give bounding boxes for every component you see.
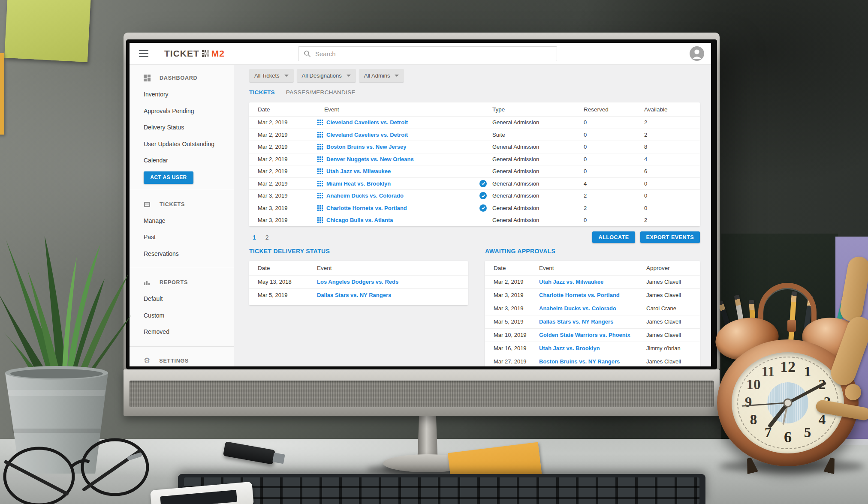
app-screen: TICKET M2 Search (130, 43, 711, 366)
table-row: Mar 3, 2019 Anaheim Ducks vs. Colorado C… (485, 302, 700, 315)
tab-tickets[interactable]: TICKETS (249, 89, 275, 96)
sidebar-item-manage[interactable]: Manage (130, 213, 234, 229)
event-link[interactable]: Cleveland Caveliers vs. Detroit (326, 132, 408, 138)
col-header-reserved: Reserved (584, 106, 644, 113)
event-grid-icon (317, 156, 323, 162)
cell-approver: James Clavell (646, 279, 700, 285)
sidebar-section-settings[interactable]: ⚙ SETTINGS (130, 353, 234, 367)
sidebar-item-calendar[interactable]: Calendar (130, 152, 234, 169)
cell-date: Mar 3, 2019 (249, 217, 317, 223)
event-link[interactable]: Miami Heat vs. Brooklyn (326, 180, 391, 187)
allocate-button[interactable]: ALLOCATE (592, 231, 635, 243)
cell-reserved: 2 (584, 192, 644, 199)
cell-available: 6 (644, 168, 700, 174)
cell-available: 0 (644, 192, 700, 199)
filter-all-admins[interactable]: All Admins (359, 69, 404, 82)
approved-check-icon (479, 204, 487, 212)
filter-all-designations[interactable]: All Designations (297, 69, 356, 82)
cell-approver: James Clavell (646, 332, 700, 338)
cell-date: Mar 2, 2019 (249, 119, 317, 126)
hamburger-menu-icon[interactable] (139, 50, 148, 57)
page-1[interactable]: 1 (253, 234, 256, 241)
cell-date: Mar 3, 2019 (249, 192, 317, 199)
sidebar-section-label: DASHBOARD (160, 75, 197, 81)
event-link[interactable]: Anaheim Ducks vs. Colorado (539, 305, 616, 312)
sidebar-section-label: TICKETS (160, 201, 185, 207)
act-as-user-button[interactable]: ACT AS USER (144, 171, 193, 184)
cell-date: Mar 2, 2019 (249, 156, 317, 162)
gear-icon: ⚙ (144, 357, 150, 364)
event-link[interactable]: Boston Bruins vs. NY Rangers (539, 358, 620, 365)
sidebar-item-user-updates-outstanding[interactable]: User Updates Outstanding (130, 136, 234, 153)
table-row: Mar 2, 2019 Boston Bruins vs. New Jersey… (249, 141, 700, 153)
sidebar-item-removed[interactable]: Removed (130, 324, 234, 340)
event-grid-icon (317, 181, 323, 186)
filter-label: All Tickets (254, 72, 280, 79)
sidebar-section-dashboard[interactable]: DASHBOARD (130, 70, 234, 86)
event-link[interactable]: Charlotte Hornets vs. Portland (539, 292, 620, 298)
sticky-note-orange (0, 53, 4, 135)
col-header-event: Event (539, 265, 646, 271)
table-row: Mar 2, 2019 Miami Heat vs. Brooklyn Gene… (249, 177, 700, 190)
tickets-table-header: Date Event Type Reserved Available (249, 102, 700, 116)
grass-leaves (0, 236, 131, 382)
event-link[interactable]: Boston Bruins vs. New Jersey (326, 144, 406, 150)
clock-knob (787, 320, 796, 332)
export-events-button[interactable]: EXPORT EVENTS (640, 231, 700, 243)
sidebar-item-approvals-pending[interactable]: Approvals Pending (130, 103, 234, 120)
cell-date: Mar 27, 2019 (485, 358, 539, 365)
chevron-down-icon (347, 75, 351, 77)
cell-available: 2 (644, 132, 700, 138)
event-grid-icon (317, 217, 323, 223)
user-avatar[interactable] (690, 46, 704, 61)
event-link[interactable]: Utah Jazz vs. Brooklyn (539, 345, 600, 351)
event-link[interactable]: Dallas Stars vs. NY Rangers (317, 292, 391, 298)
sidebar-section-label: REPORTS (160, 279, 188, 285)
cell-approver: Jimmy o'brian (646, 345, 700, 351)
sidebar-item-reservations[interactable]: Reservations (130, 246, 234, 262)
table-row: Mar 3, 2019 Charlotte Hornets vs. Portla… (249, 202, 700, 214)
event-link[interactable]: Utah Jazz vs. Milwaukee (539, 279, 603, 285)
table-row: Mar 2, 2019 Cleveland Caveliers vs. Detr… (249, 116, 700, 129)
sidebar-item-custom[interactable]: Custom (130, 307, 234, 324)
sidebar-section-tickets[interactable]: TICKETS (130, 196, 234, 213)
filter-all-tickets[interactable]: All Tickets (249, 69, 294, 82)
sidebar-item-past[interactable]: Past (130, 229, 234, 246)
cell-reserved: 0 (584, 156, 644, 162)
event-grid-icon (317, 144, 323, 150)
event-link[interactable]: Chicago Bulls vs. Atlanta (326, 217, 393, 223)
sidebar-divider (130, 268, 234, 268)
cell-date: Mar 3, 2019 (485, 305, 539, 312)
sidebar-item-inventory[interactable]: Inventory (130, 86, 234, 103)
event-link[interactable]: Golden State Warriors vs. Phoenix (539, 332, 630, 338)
sidebar-item-delivery-status[interactable]: Delivery Status (130, 119, 234, 136)
cell-type: General Admission (492, 205, 584, 211)
tickets-table: Date Event Type Reserved Available Mar 2… (249, 102, 700, 226)
event-link[interactable]: Denver Nuggets vs. New Orleans (326, 156, 414, 162)
bar-chart-icon (144, 279, 151, 286)
event-grid-icon (317, 168, 323, 174)
event-link[interactable]: Dallas Stars vs. NY Rangers (539, 318, 613, 325)
cell-reserved: 4 (584, 180, 644, 187)
sidebar-section-reports[interactable]: REPORTS (130, 274, 234, 291)
cell-date: Mar 3, 2019 (249, 205, 317, 211)
cell-available: 2 (644, 119, 700, 126)
cell-reserved: 0 (584, 119, 644, 126)
search-input[interactable]: Search (298, 46, 557, 61)
cell-type: General Admission (492, 192, 584, 199)
cell-approver: James Clavell (646, 318, 700, 325)
cell-type: General Admission (492, 119, 584, 126)
cell-date: May 13, 2018 (249, 279, 317, 285)
event-link[interactable]: Los Angeles Dodgers vs. Reds (317, 279, 398, 285)
tab-passes-merchandise[interactable]: PASSES/MERCHANDISE (286, 89, 356, 96)
cell-reserved: 0 (584, 168, 644, 174)
event-link[interactable]: Charlotte Hornets vs. Portland (326, 205, 407, 211)
eyeglasses (0, 421, 161, 504)
cell-type: General Admission (492, 144, 584, 150)
event-link[interactable]: Cleveland Caveliers vs. Detroit (326, 119, 408, 126)
page-2[interactable]: 2 (265, 234, 269, 241)
sidebar-item-default[interactable]: Default (130, 291, 234, 307)
event-link[interactable]: Utah Jazz vs. Milwaukee (326, 168, 391, 174)
delivery-section-title: TICKET DELIVERY STATUS (249, 248, 468, 255)
event-link[interactable]: Anaheim Ducks vs. Colorado (326, 192, 404, 199)
